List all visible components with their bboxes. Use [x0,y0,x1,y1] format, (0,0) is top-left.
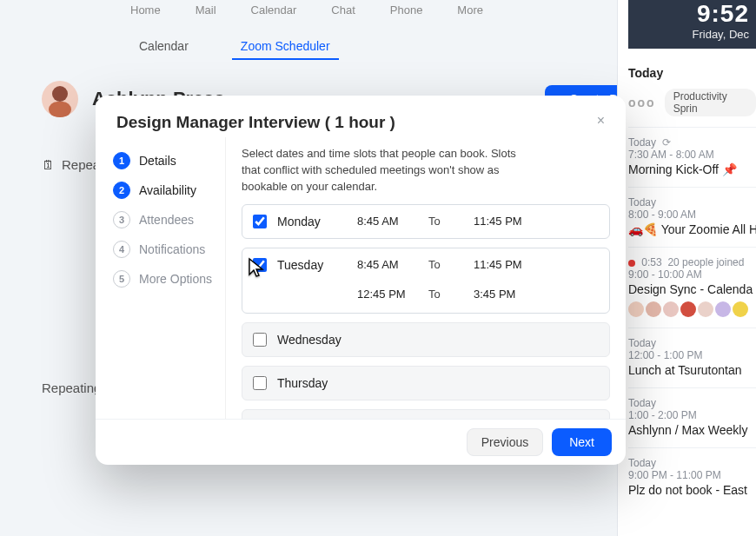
slot-to-label: To [428,288,463,301]
day-row-thursday[interactable]: Thursday [242,366,610,400]
agenda-item[interactable]: Today 9:00 PM - 11:00 PM Plz do not book… [628,447,756,507]
nav-item[interactable]: More [457,3,483,17]
sprint-chip[interactable]: Productivity Sprin [665,89,756,116]
day-label: Wednesday [277,333,347,347]
clock-time: 9:52 [628,0,749,28]
booking-availability-modal: Design Manager Interview ( 1 hour ) × 1D… [96,96,626,465]
clock-date: Friday, Dec [628,28,749,41]
step-more-options[interactable]: 5More Options [113,264,220,294]
slot-to-label: To [428,215,463,228]
attendee-avatars [628,301,756,317]
agenda-item[interactable]: Today ⟳ 7:30 AM - 8:00 AM Morning Kick-O… [628,127,756,187]
nav-item[interactable]: Home [130,3,161,17]
svg-point-0 [52,86,68,102]
refresh-icon: ⟳ [662,136,671,149]
svg-rect-1 [49,102,71,117]
day-row-monday[interactable]: Monday 8:45 AM To 11:45 PM [242,204,610,239]
availability-form: Select dates and time slots that people … [226,137,626,419]
nav-item[interactable]: Chat [331,3,355,17]
clock: 9:52 Friday, Dec [628,0,756,49]
instructions-text: Select dates and time slots that people … [242,146,528,195]
slot-to[interactable]: 11:45 PM [474,258,534,271]
right-panel: 9:52 Friday, Dec Today ooo Productivity … [617,0,756,536]
close-icon[interactable]: × [597,113,605,132]
slot-to-label: To [428,258,463,271]
recording-icon [628,260,635,267]
day-label: Monday [277,215,347,228]
tab-zoom-scheduler[interactable]: Zoom Scheduler [232,34,339,60]
day-row-tuesday[interactable]: Tuesday 8:45 AM To 11:45 PM 12:45 PM To … [242,248,610,314]
avatar [42,81,78,117]
nav-item[interactable]: Calendar [251,3,297,17]
agenda-item[interactable]: Today 8:00 - 9:00 AM 🚗🍕 Your Zoomie All … [628,187,756,247]
day-label: Thursday [277,376,347,390]
nav-item[interactable]: Phone [390,3,423,17]
slot-to[interactable]: 11:45 PM [474,215,534,228]
next-button[interactable]: Next [552,428,612,456]
slot-from[interactable]: 8:45 AM [357,215,418,228]
day-row-friday[interactable]: Friday [242,409,610,419]
step-details[interactable]: 1Details [113,146,220,175]
tab-calendar[interactable]: Calendar [130,34,197,60]
day-checkbox-wednesday[interactable] [253,333,267,347]
more-dots-icon[interactable]: ooo [628,96,656,109]
day-checkbox-thursday[interactable] [253,376,267,390]
slot-from[interactable]: 12:45 PM [357,288,418,301]
step-availability[interactable]: 2Availability [113,175,220,205]
day-checkbox-monday[interactable] [253,215,267,228]
day-row-wednesday[interactable]: Wednesday [242,322,610,357]
modal-footer: Previous Next [96,419,626,465]
modal-title: Design Manager Interview ( 1 hour ) [116,113,395,132]
day-checkbox-tuesday[interactable] [253,258,267,272]
day-label: Tuesday [277,258,347,272]
today-header: Today [628,66,756,80]
agenda-item[interactable]: Today 1:00 - 2:00 PM Ashlynn / Max Weekl… [628,387,756,447]
agenda-item[interactable]: 0:53 20 people joined 9:00 - 10:00 AM De… [628,247,756,328]
slot-to[interactable]: 3:45 PM [474,288,534,301]
wizard-steps: 1Details 2Availability 3Attendees 4Notif… [96,137,226,419]
step-notifications[interactable]: 4Notifications [113,235,220,264]
step-attendees[interactable]: 3Attendees [113,205,220,235]
previous-button[interactable]: Previous [467,428,543,456]
agenda-item[interactable]: Today 12:00 - 1:00 PM Lunch at Tsurutont… [628,328,756,387]
nav-item[interactable]: Mail [196,3,216,17]
slot-from[interactable]: 8:45 AM [357,258,418,271]
